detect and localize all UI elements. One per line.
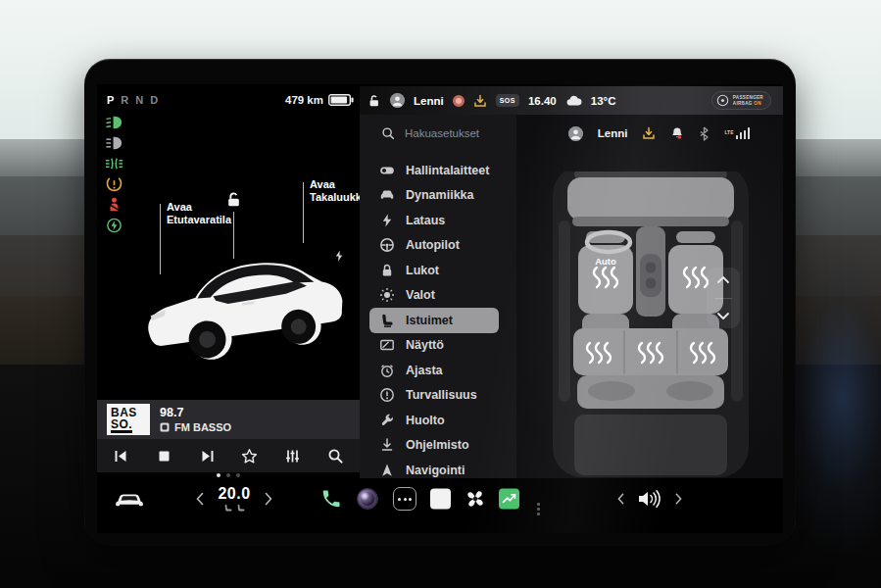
menu-item-safety[interactable]: Turvallisuus bbox=[369, 383, 499, 409]
charge-port-icon[interactable] bbox=[333, 250, 345, 263]
menu-item-display[interactable]: Näyttö bbox=[369, 333, 499, 359]
app-launcher-icon[interactable] bbox=[393, 487, 416, 511]
settings-status-icons: Lenni bbox=[568, 126, 750, 141]
media-info-row: BAS SO. 98.7 FM BASSO bbox=[97, 400, 360, 439]
vehicle-3d-render bbox=[132, 236, 354, 373]
menu-item-lights[interactable]: Valot bbox=[369, 283, 499, 309]
menu-item-schedule[interactable]: Ajasta bbox=[369, 358, 499, 383]
menu-item-service[interactable]: Huolto bbox=[369, 408, 499, 433]
driver-heater-mini-icon bbox=[223, 504, 233, 513]
driver-profile-name[interactable]: Lenni bbox=[414, 95, 444, 107]
settings-panel: Lenni SOS 16.40 13°C bbox=[360, 84, 783, 533]
temp-decrease-chevron-icon[interactable] bbox=[195, 491, 205, 507]
media-search-icon[interactable] bbox=[327, 448, 344, 465]
bolt-icon bbox=[379, 213, 395, 228]
open-frunk-button[interactable]: Avaa Etutavaratila bbox=[167, 201, 231, 226]
passenger-airbag-badge: PASSENGER AIRBAG ON bbox=[711, 91, 771, 110]
equalizer-icon[interactable] bbox=[284, 448, 301, 465]
roof-callout-line bbox=[233, 212, 234, 259]
gear-indicator-row: P R N D 479 km bbox=[97, 90, 360, 110]
volume-up-chevron-icon[interactable] bbox=[674, 492, 683, 506]
energy-app-icon[interactable] bbox=[499, 489, 519, 510]
passenger-heater-mini-icon bbox=[236, 504, 246, 513]
car-icon bbox=[379, 187, 395, 203]
fog-light-icon bbox=[105, 155, 123, 172]
notifications-bell-icon[interactable] bbox=[670, 126, 684, 140]
menu-item-navigation[interactable]: Navigointi bbox=[369, 458, 499, 478]
menu-item-autopilot[interactable]: Autopilot bbox=[369, 233, 499, 259]
next-track-icon[interactable] bbox=[199, 448, 216, 465]
touchscreen-display: P R N D 479 km bbox=[97, 84, 783, 533]
stop-icon[interactable] bbox=[156, 448, 172, 465]
gear-d[interactable]: D bbox=[150, 94, 158, 106]
photo-scene: P R N D 479 km bbox=[0, 0, 881, 588]
climate-temperature-control[interactable]: 20.0 bbox=[209, 485, 260, 513]
volume-icon[interactable] bbox=[637, 488, 662, 510]
signal-bars-icon bbox=[736, 127, 751, 139]
climate-fan-icon[interactable] bbox=[464, 487, 487, 511]
previous-track-icon[interactable] bbox=[113, 448, 129, 465]
scroll-up-icon[interactable] bbox=[716, 275, 730, 284]
gear-n[interactable]: N bbox=[135, 94, 143, 106]
airbag-text: PASSENGER AIRBAG ON bbox=[733, 95, 763, 106]
menu-item-seats[interactable]: Istuimet bbox=[369, 308, 499, 333]
settings-search-input[interactable]: Hakuasetukset Lenni bbox=[360, 121, 783, 146]
profile-avatar[interactable] bbox=[568, 126, 583, 141]
media-page-dots bbox=[97, 473, 360, 477]
range-display: 479 km bbox=[285, 94, 354, 106]
weather-cloud-icon bbox=[565, 95, 582, 106]
media-source-label: FM BASSO bbox=[174, 421, 231, 433]
phone-app-icon[interactable] bbox=[320, 488, 342, 510]
frunk-callout-line bbox=[160, 204, 161, 274]
vehicle-controls-icon[interactable] bbox=[115, 491, 144, 507]
calendar-app-icon[interactable] bbox=[430, 489, 451, 510]
sos-badge[interactable]: SOS bbox=[496, 94, 519, 107]
seatbelt-warning-icon bbox=[105, 196, 123, 214]
dashcam-app-icon[interactable] bbox=[357, 488, 378, 510]
profile-name[interactable]: Lenni bbox=[598, 127, 628, 139]
software-update-icon[interactable] bbox=[473, 94, 487, 108]
tpms-warning-icon bbox=[105, 175, 123, 193]
clock: 16.40 bbox=[528, 95, 557, 107]
steering-wheel-icon bbox=[379, 237, 395, 253]
cellular-signal: LTE bbox=[724, 127, 750, 139]
seat-page-scroller bbox=[707, 268, 740, 328]
unlock-icon[interactable] bbox=[225, 191, 242, 208]
gear-r[interactable]: R bbox=[121, 94, 128, 106]
wrench-icon bbox=[379, 413, 395, 428]
media-controls-row bbox=[97, 439, 360, 472]
favorite-star-icon[interactable] bbox=[241, 448, 258, 465]
alert-circle-icon bbox=[379, 387, 395, 403]
menu-item-software[interactable]: Ohjelmisto bbox=[369, 433, 499, 459]
search-icon bbox=[381, 126, 395, 140]
cabin-temperature[interactable]: 20.0 bbox=[218, 485, 250, 503]
volume-down-chevron-icon[interactable] bbox=[616, 492, 625, 506]
station-frequency: 98.7 bbox=[160, 406, 231, 419]
airbag-icon bbox=[716, 94, 729, 107]
low-beam-icon bbox=[105, 114, 123, 131]
lock-status-icon[interactable] bbox=[367, 94, 381, 108]
driver-avatar[interactable] bbox=[390, 93, 405, 108]
temp-increase-chevron-icon[interactable] bbox=[264, 491, 273, 507]
now-playing-info: 98.7 FM BASSO bbox=[160, 406, 231, 433]
menu-item-controls[interactable]: Hallintalaitteet bbox=[369, 158, 499, 183]
scroll-down-icon[interactable] bbox=[716, 312, 730, 320]
range-value: 479 km bbox=[285, 94, 323, 106]
trunk-area bbox=[574, 415, 727, 475]
menu-item-locks[interactable]: Lukot bbox=[369, 258, 499, 283]
gear-p[interactable]: P bbox=[107, 94, 114, 106]
display-icon bbox=[379, 337, 395, 353]
auto-high-beam-icon bbox=[105, 134, 123, 152]
alarm-clock-icon bbox=[379, 363, 395, 378]
menu-item-dynamics[interactable]: Dynamiikka bbox=[369, 183, 499, 209]
download-icon bbox=[379, 437, 395, 453]
station-logo[interactable]: BAS SO. bbox=[107, 404, 150, 435]
recording-indicator-icon[interactable] bbox=[453, 95, 465, 107]
navigation-arrow-icon bbox=[379, 463, 395, 478]
toggle-icon bbox=[379, 163, 395, 178]
bluetooth-icon[interactable] bbox=[699, 126, 710, 141]
regen-charge-icon bbox=[105, 217, 123, 234]
seat-heater-status-icons bbox=[223, 504, 246, 513]
menu-item-charging[interactable]: Lataus bbox=[369, 208, 499, 233]
update-available-icon[interactable] bbox=[642, 126, 656, 140]
